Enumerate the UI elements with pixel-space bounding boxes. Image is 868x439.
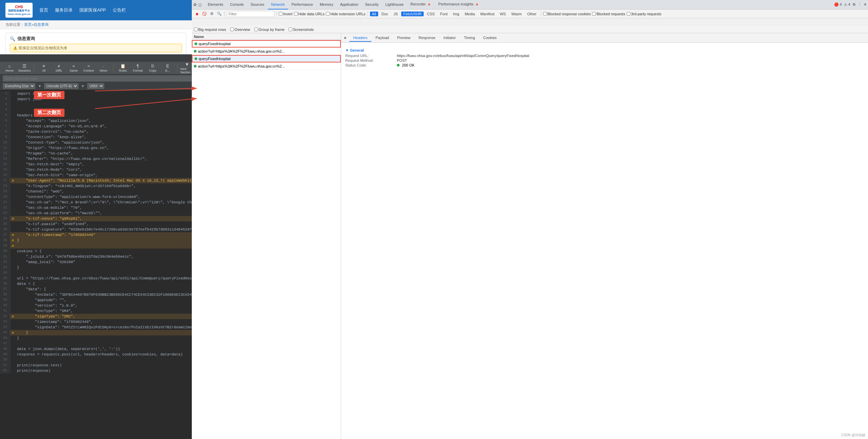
- screenshots-checkbox[interactable]: Screenshots: [289, 28, 314, 32]
- network-request-list: Name queryFixedHospital action?url=https…: [192, 33, 341, 439]
- nav-app[interactable]: 国家医保APP: [79, 7, 106, 13]
- tc-btn-all[interactable]: ≡All: [37, 62, 51, 73]
- tc-btn-sessions[interactable]: ☰Sessions: [18, 62, 31, 73]
- network-row-2[interactable]: action?url=https%3A%2F%2Ffuwu.nhsa.gov.c…: [192, 48, 341, 55]
- nav-home[interactable]: 首页: [39, 7, 48, 13]
- blocked-cookies-checkbox[interactable]: Blocked response cookies: [543, 12, 591, 16]
- tab-network[interactable]: Network: [268, 0, 288, 10]
- filter-css[interactable]: CSS: [425, 12, 437, 16]
- detail-close-btn[interactable]: ×: [341, 34, 349, 42]
- filter-js[interactable]: JS: [391, 12, 400, 16]
- info-title: 🔍 信息查询: [10, 36, 182, 42]
- network-row-1[interactable]: queryFixedHospital: [192, 40, 341, 48]
- record-btn[interactable]: ⏺: [194, 11, 200, 17]
- status-code-label: Status Code:: [345, 63, 393, 67]
- error-count: 🔴 4: [834, 2, 842, 7]
- line-marker-21: [10, 200, 16, 205]
- line-content-31: "_jsluid_s": "d478fb8be409182fda239c984e…: [16, 254, 133, 259]
- filter-other[interactable]: Other: [525, 12, 539, 16]
- filter-btn[interactable]: ⚙: [209, 11, 215, 17]
- tab-application[interactable]: Application: [337, 0, 362, 10]
- tab-lighthouse[interactable]: Lighthouse: [382, 0, 407, 10]
- tc-left-charset[interactable]: Unicode (UTF-8): [44, 83, 78, 89]
- tc-btn-format[interactable]: ¶Format: [131, 62, 145, 73]
- breadcrumb: 当前位置： 首页 > 信息查询: [0, 20, 192, 29]
- filter-wasm[interactable]: Wasm: [509, 12, 524, 16]
- filter-all[interactable]: All: [370, 12, 378, 16]
- tc-btn-copy[interactable]: ⎘Copy: [146, 62, 160, 73]
- line-content-11: "Origin": "https://fuwu.nhsa.gov.cn",: [16, 145, 109, 151]
- devtools-more-icon[interactable]: ⋮: [858, 2, 862, 7]
- line-marker-17: ⇄: [10, 178, 16, 183]
- tc-left-lineending[interactable]: UNIX: [87, 83, 104, 89]
- clear-btn[interactable]: 🚫: [201, 11, 207, 17]
- tc-btn-edit[interactable]: EE...: [161, 62, 174, 73]
- line-marker-44: [10, 325, 16, 330]
- overview-checkbox[interactable]: Overview: [230, 28, 250, 32]
- breadcrumb-home[interactable]: 首页: [24, 22, 32, 27]
- line-content-24: "x-tif-nonce": "q8Mzp01",: [16, 216, 82, 221]
- detail-tab-timing[interactable]: Timing: [460, 34, 479, 42]
- search-btn[interactable]: 🔍: [216, 11, 222, 17]
- line-content-14: "Sec-Fetch-Dest": "empty",: [16, 162, 84, 167]
- filter-ws[interactable]: WS: [498, 12, 508, 16]
- detail-tab-payload[interactable]: Payload: [371, 34, 393, 42]
- line-marker-3: [10, 102, 16, 107]
- filter-img[interactable]: Img: [451, 12, 461, 16]
- line-content-10: "Content-Type": "application/json",: [16, 140, 104, 145]
- line-marker-27: ⇄: [10, 232, 16, 238]
- tc-btn-same[interactable]: =Same: [67, 62, 80, 73]
- detail-tab-initiator[interactable]: Initiator: [440, 34, 460, 42]
- tc-btn-minor[interactable]: ·Minor: [97, 62, 110, 73]
- network-row-3[interactable]: queryFixedHospital: [192, 55, 341, 62]
- line-content-6: "Accept": "application/json",: [16, 118, 91, 124]
- filter-doc[interactable]: Doc: [380, 12, 390, 16]
- filter-manifest[interactable]: Manifest: [478, 12, 497, 16]
- tab-console[interactable]: Console: [227, 0, 247, 10]
- request-name-2: action?url=https%3A%2F%2Ffuwu.nhsa.gov.c…: [198, 49, 285, 53]
- detail-tab-cookies[interactable]: Cookies: [479, 34, 501, 42]
- detail-tab-headers[interactable]: Headers: [349, 34, 372, 42]
- hide-data-urls-checkbox[interactable]: Hide data URLs: [294, 12, 325, 16]
- line-marker-32: [10, 259, 16, 265]
- group-by-frame-checkbox[interactable]: Group by frame: [254, 28, 284, 32]
- tc-btn-diffs[interactable]: ≠Diffs: [52, 62, 66, 73]
- filter-font[interactable]: Font: [438, 12, 450, 16]
- filter-input[interactable]: [227, 11, 274, 17]
- filter-media[interactable]: Media: [463, 12, 477, 16]
- tab-memory[interactable]: Memory: [316, 0, 337, 10]
- line-marker-37: [10, 287, 16, 292]
- third-party-checkbox[interactable]: 3rd-party requests: [627, 12, 661, 16]
- tab-elements[interactable]: Elements: [204, 0, 227, 10]
- tab-security[interactable]: Security: [362, 0, 382, 10]
- line-marker-34: [10, 270, 16, 276]
- big-rows-checkbox[interactable]: Big request rows: [194, 28, 226, 32]
- detail-tab-preview[interactable]: Preview: [393, 34, 414, 42]
- line-marker-9: [10, 134, 16, 140]
- blocked-requests-checkbox[interactable]: Blocked requests: [592, 12, 625, 16]
- line-marker-45: ⇄: [10, 330, 16, 335]
- devtools-tabbar: ⚙ ◻ Elements Console Sources Network Per…: [192, 0, 868, 10]
- devtools-settings-icon[interactable]: ⚙: [852, 2, 856, 7]
- tab-performance[interactable]: Performance: [288, 0, 316, 10]
- invert-checkbox[interactable]: Invert: [279, 12, 293, 16]
- request-name-4: action?url=https%3A%2F%2Ffuwu.nhsa.gov.c…: [198, 64, 285, 68]
- line-content-3: [16, 102, 17, 107]
- line-marker-5: [10, 113, 16, 118]
- tc-btn-context[interactable]: ≈Context: [82, 62, 95, 73]
- tab-sources[interactable]: Sources: [247, 0, 267, 10]
- filter-fetchxhr[interactable]: Fetch/XHR: [401, 12, 424, 16]
- hide-extension-urls-checkbox[interactable]: Hide extension URLs: [326, 12, 365, 16]
- devtools-close-icon[interactable]: ✕: [864, 2, 867, 7]
- tc-btn-home[interactable]: ⌂Home: [3, 62, 16, 73]
- tab-recorder[interactable]: Recorder 🔺: [407, 0, 435, 10]
- tab-perf-insights[interactable]: Performance insights 🔺: [435, 0, 482, 10]
- detail-tab-response[interactable]: Response: [414, 34, 440, 42]
- network-row-4[interactable]: action?url=https%3A%2F%2Ffuwu.nhsa.gov.c…: [192, 62, 341, 70]
- status-dot-2: [194, 50, 197, 53]
- nav-announcements[interactable]: 公告栏: [113, 7, 126, 13]
- line-marker-18: [10, 183, 16, 189]
- tc-left-encoding[interactable]: Everything Else: [3, 83, 35, 89]
- nav-services[interactable]: 服务目录: [55, 7, 73, 13]
- tc-btn-rules[interactable]: 📋Rules: [116, 62, 130, 73]
